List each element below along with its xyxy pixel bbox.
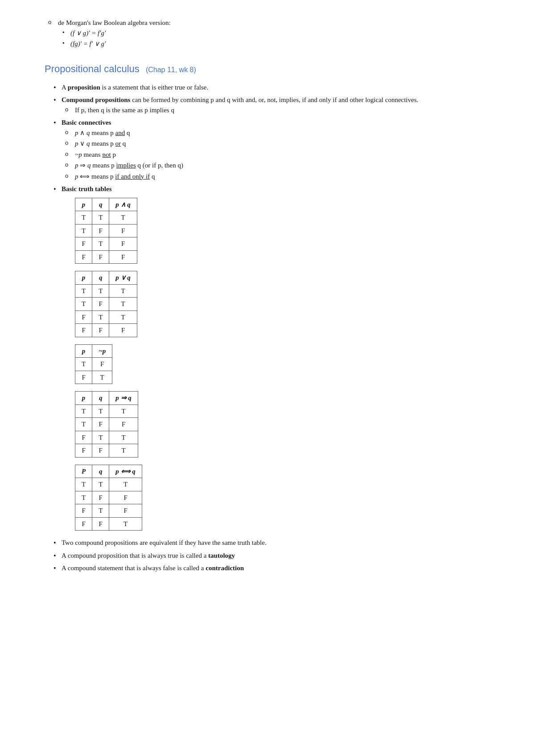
connective-and: p ∧ q means p and q [75,128,499,138]
compound-sub-list: If p, then q is the same as p implies q [62,105,499,115]
table-row: FTT [75,431,138,444]
chap-info: (Chap 11, wk 8) [146,66,196,74]
connective-iff: p ⟺ means p if and only if q [75,172,499,182]
tables-container: p q p ∧ q TTT TFF FTF FFF [62,198,499,531]
basic-connectives-bullet: Basic connectives p ∧ q means p and q p … [54,118,499,181]
not-col-p: p [75,344,92,358]
intro-section: de Morgan's law Boolean algebra version:… [45,18,499,49]
table-row: FFF [75,250,137,264]
and-truth-table: p q p ∧ q TTT TFF FTF FFF [75,198,137,264]
main-bullet-list: A proposition is a statement that is eit… [45,82,499,573]
table-row: TTT [75,478,142,491]
compound-bullet: Compound propositions can be formed by c… [54,95,499,115]
table-row: TF [75,358,112,371]
formula1: (f ∨ g)′ = f′g′ [70,29,106,37]
proposition-bold: proposition [68,84,100,91]
contradiction-bullet: A compound statement that is always fals… [54,563,499,573]
or-col-pq: p ∨ q [109,271,137,285]
tautology-bold: tautology [208,552,235,559]
impl-col-pq: p ⇒ q [109,392,138,405]
implies-underline: implies [116,162,136,169]
contradiction-bold: contradiction [206,564,244,572]
compound-bold: Compound propositions [62,96,130,103]
connective-not-formula: p [78,151,82,158]
demorgan-item: de Morgan's law Boolean algebra version:… [58,18,499,49]
table-row: FTT [75,311,137,324]
implies-truth-table: p q p ⇒ q TTT TFF FTT FFT [75,391,138,458]
not-underline: not [102,151,111,158]
table-row: FFF [75,324,137,337]
connectives-list: p ∧ q means p and q p ∨ q means p or q ~… [62,128,499,182]
iff-col-pq: p ⟺ q [109,465,142,478]
connective-or: p ∨ q means p or q [75,139,499,149]
truth-tables-bold: Basic truth tables [62,185,112,192]
connective-iff-formula: p [75,173,78,180]
table-row: FFT [75,517,142,531]
compound-text: can be formed by combining p and q with … [130,96,418,103]
connective-implies: p ⇒ q means p implies q (or if p, then q… [75,160,499,171]
proposition-text-after: is a statement that is either true or fa… [100,84,208,91]
section-title: Propositional calculus [45,63,140,74]
table-row: TTT [75,405,138,418]
formula2-item: (fg)′ = f′ ∨ g′ [70,39,499,49]
impl-col-q: q [92,392,109,405]
and-col-pq: p ∧ q [109,198,137,211]
not-col-np: ~p [92,344,112,358]
table-row: TFF [75,418,138,431]
connective-not: ~p means not p [75,150,499,160]
proposition-text-before: A [62,84,68,91]
table-row: TFF [75,491,142,504]
table-row: TTT [75,211,137,225]
equivalent-bullet: Two compound propositions are equivalent… [54,538,499,548]
connective-or-formula: p [75,140,78,147]
table-row: TFF [75,224,137,237]
formula1-item: (f ∨ g)′ = f′g′ [70,28,499,38]
intro-list: de Morgan's law Boolean algebra version:… [45,18,499,49]
table-row: TTT [75,284,137,298]
table-row: FFT [75,444,138,458]
connective-implies-formula: p [75,162,78,169]
table-row: TFT [75,298,137,311]
or-underline: or [115,140,121,147]
or-truth-table: p q p ∨ q TTT TFT FTT FFF [75,271,137,337]
iff-col-p: P [75,465,92,478]
iff-col-q: q [92,465,109,478]
table-row: FT [75,371,112,384]
iff-truth-table: P q p ⟺ q TTT TFF FTF FFT [75,465,142,531]
propositional-calculus-section: Propositional calculus (Chap 11, wk 8) A… [45,61,499,573]
impl-col-p: p [75,392,92,405]
table-row: FTF [75,504,142,518]
iff-underline: if and only if [115,173,150,180]
or-col-p: p [75,271,92,285]
or-col-q: q [92,271,109,285]
proposition-bullet: A proposition is a statement that is eit… [54,82,499,93]
tautology-bullet: A compound proposition that is always tr… [54,551,499,561]
truth-tables-bullet: Basic truth tables p q p ∧ q TTT TFF [54,184,499,531]
formula2: (fg)′ = f′ ∨ g′ [70,40,106,47]
table-row: FTF [75,237,137,251]
section-heading: Propositional calculus (Chap 11, wk 8) [45,61,499,76]
not-truth-table: p ~p TF FT [75,344,112,384]
and-underline: and [115,129,125,136]
demorgan-label: de Morgan's law Boolean algebra version: [58,19,171,26]
demorgan-formulas: (f ∨ g)′ = f′g′ (fg)′ = f′ ∨ g′ [58,28,499,49]
basic-connectives-bold: Basic connectives [62,119,111,126]
compound-sub-item: If p, then q is the same as p implies q [75,105,499,115]
and-col-q: q [92,198,109,211]
connective-and-formula: p [75,129,78,136]
and-col-p: p [75,198,92,211]
